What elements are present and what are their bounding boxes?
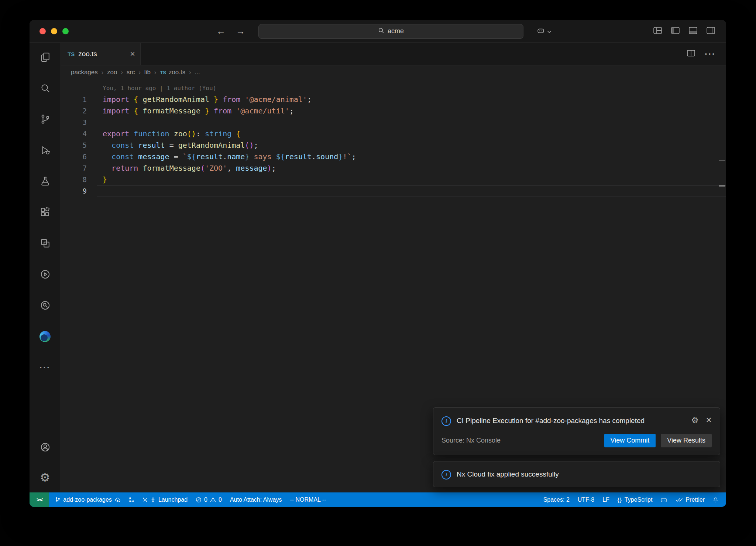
code-search-icon[interactable]	[39, 299, 51, 311]
extensions-icon[interactable]	[39, 206, 51, 218]
notification-close-icon[interactable]: ×	[706, 415, 712, 425]
copilot-menu[interactable]	[537, 27, 551, 35]
split-editor-icon[interactable]	[687, 50, 695, 58]
edge-browser-icon[interactable]	[39, 330, 51, 342]
toast-source: Source: Nx Console	[441, 437, 501, 444]
graph-icon	[129, 497, 134, 502]
code-line-4[interactable]: 4export function zoo(): string {	[61, 128, 726, 140]
braces-icon: {}	[618, 496, 622, 503]
code-lines: 1import { getRandomAnimal } from '@acme/…	[61, 94, 726, 197]
language-mode[interactable]: {}TypeScript	[614, 492, 657, 507]
vim-mode[interactable]: -- NORMAL --	[286, 492, 330, 507]
line-number[interactable]: 8	[61, 174, 87, 185]
tab-zoo-ts[interactable]: TS zoo.ts ×	[61, 43, 141, 65]
line-number[interactable]: 6	[61, 151, 87, 163]
desktop: { "colors": { "statusbar": "#0078d4", "r…	[0, 0, 756, 546]
status-bar: ><add-zoo-packagesLaunchpad00Auto Attach…	[30, 492, 726, 507]
code-line-2[interactable]: 2import { formatMessage } from '@acme/ut…	[61, 105, 726, 117]
run-and-debug-icon[interactable]	[39, 144, 51, 156]
back-button[interactable]: ←	[216, 26, 226, 37]
nx-console-icon[interactable]	[39, 268, 51, 280]
error-icon	[196, 497, 202, 503]
code-text: return formatMessage('ZOO', message);	[87, 163, 276, 174]
code-line-7[interactable]: 7 return formatMessage('ZOO', message);	[61, 163, 726, 174]
breadcrumb-item[interactable]: TSzoo.ts	[160, 69, 185, 76]
typescript-file-icon: TS	[160, 70, 166, 75]
command-center[interactable]: acme	[258, 24, 523, 39]
history-nav: ← →	[216, 26, 245, 37]
close-tab-icon[interactable]: ×	[130, 50, 135, 58]
indentation[interactable]: Spaces: 2	[539, 492, 574, 507]
overview-ruler-cursor-mark	[719, 185, 725, 187]
remote-indicator[interactable]: ><	[30, 492, 49, 507]
remote-explorer-icon[interactable]	[39, 237, 51, 249]
zoom-window-button[interactable]	[62, 28, 69, 34]
breadcrumb-item[interactable]: zoo	[107, 69, 117, 76]
eol[interactable]: LF	[598, 492, 614, 507]
problems[interactable]: 00	[192, 492, 226, 507]
notification-settings-icon[interactable]: ⚙	[691, 416, 698, 424]
copilot-icon	[660, 497, 667, 503]
code-line-1[interactable]: 1import { getRandomAnimal } from '@acme/…	[61, 94, 726, 105]
info-icon: i	[441, 470, 451, 480]
git-branch[interactable]: add-zoo-packages	[51, 492, 125, 507]
close-window-button[interactable]	[39, 28, 46, 34]
copilot-icon	[537, 27, 545, 35]
breadcrumb-item[interactable]: ...	[195, 69, 200, 76]
breadcrumb-item[interactable]: packages	[71, 69, 98, 76]
cloud-upload-icon	[114, 497, 121, 502]
line-number[interactable]: 1	[61, 94, 87, 105]
toast-footer: Source: Nx ConsoleView CommitView Result…	[441, 434, 712, 447]
code-line-9[interactable]: 9	[61, 185, 726, 197]
info-icon: i	[441, 416, 451, 426]
search-view-icon[interactable]	[39, 82, 51, 94]
line-number[interactable]: 7	[61, 163, 87, 174]
window-controls	[30, 28, 69, 34]
rocket-icon	[150, 497, 156, 503]
encoding[interactable]: UTF-8	[574, 492, 598, 507]
launchpad[interactable]: Launchpad	[138, 492, 192, 507]
explorer-icon[interactable]	[39, 51, 51, 63]
breadcrumb-item[interactable]: lib	[144, 69, 151, 76]
toast-header: iCI Pipeline Execution for #add-zoo-pack…	[441, 415, 712, 426]
typescript-file-icon: TS	[68, 51, 75, 57]
code-text: }	[87, 174, 107, 185]
formatter[interactable]: Prettier	[671, 492, 709, 507]
notifications-bell[interactable]	[709, 492, 722, 507]
code-text: export function zoo(): string {	[87, 128, 240, 140]
toggle-panel-icon[interactable]	[689, 27, 697, 35]
settings-gear-icon[interactable]: ⚙	[39, 471, 51, 484]
line-number[interactable]: 3	[61, 117, 87, 128]
line-number[interactable]: 5	[61, 140, 87, 151]
line-number[interactable]: 9	[61, 185, 87, 197]
copilot-status[interactable]	[656, 492, 671, 507]
breadcrumb-item[interactable]: src	[127, 69, 135, 76]
code-line-8[interactable]: 8}	[61, 174, 726, 185]
line-number[interactable]: 4	[61, 128, 87, 140]
source-control-icon[interactable]	[39, 113, 51, 125]
testing-icon[interactable]	[39, 175, 51, 187]
view-commit-button[interactable]: View Commit	[604, 434, 656, 447]
code-text	[87, 117, 103, 128]
code-line-3[interactable]: 3	[61, 117, 726, 128]
code-text: import { formatMessage } from '@acme/uti…	[87, 105, 294, 117]
breadcrumb-separator: ›	[121, 69, 123, 76]
code-line-5[interactable]: 5 const result = getRandomAnimal();	[61, 140, 726, 151]
line-number[interactable]: 2	[61, 105, 87, 117]
vscode-window: ← → acme	[30, 20, 726, 507]
git-graph[interactable]	[125, 492, 138, 507]
auto-attach[interactable]: Auto Attach: Always	[226, 492, 286, 507]
toast-message: CI Pipeline Execution for #add-zoo-packa…	[457, 415, 645, 426]
minimize-window-button[interactable]	[51, 28, 57, 34]
accounts-icon[interactable]	[39, 441, 51, 453]
toggle-secondary-sidebar-icon[interactable]	[707, 27, 715, 35]
more-actions-icon[interactable]: ···	[705, 49, 716, 59]
code-line-6[interactable]: 6 const message = `${result.name} says $…	[61, 151, 726, 163]
tools-icon	[142, 497, 148, 502]
customize-layout-icon[interactable]	[653, 27, 662, 35]
toggle-primary-sidebar-icon[interactable]	[671, 27, 680, 35]
forward-button[interactable]: →	[236, 26, 245, 37]
more-tools-icon[interactable]: ···	[39, 361, 51, 373]
view-results-button[interactable]: View Results	[661, 434, 712, 447]
remote-icon: ><	[37, 496, 42, 503]
